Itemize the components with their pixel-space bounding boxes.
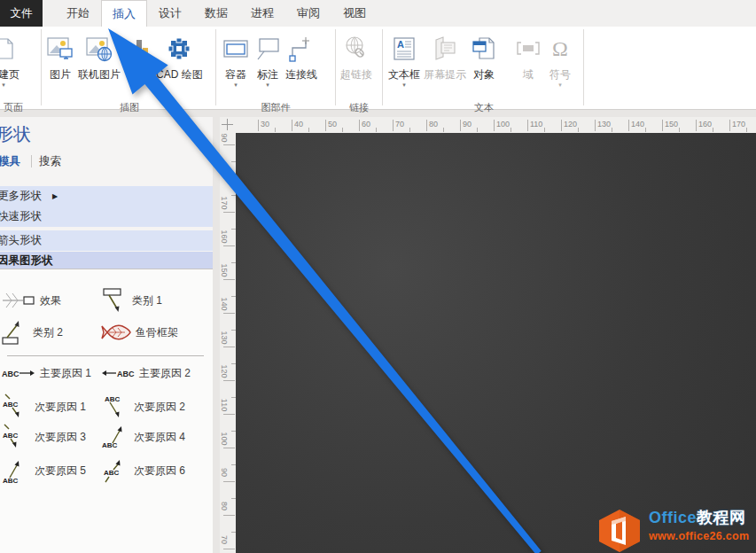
category-1-shape-icon	[101, 287, 128, 314]
tab-data[interactable]: 数据	[193, 0, 239, 27]
watermark-url: www.office26.com	[649, 527, 749, 545]
ribbon-insert: 新建页 ▾ 页面 图片	[0, 27, 756, 110]
picture-button[interactable]: 图片	[44, 34, 76, 81]
svg-text:Ω: Ω	[552, 37, 568, 60]
tab-design[interactable]: 设计	[147, 0, 193, 27]
stencil-item-cause-effect-shapes[interactable]: 因果图形状	[0, 252, 213, 270]
shape-item-fishbone-frame[interactable]: 鱼骨框架	[101, 317, 211, 347]
text-box-button[interactable]: A 文本框 ▾	[386, 34, 422, 89]
callout-button[interactable]: 标注 ▾	[252, 34, 284, 89]
stencil-list: 更多形状 ▶ 快速形状 箭头形状 因果图形状	[0, 186, 213, 270]
group-label-diagram-parts: 图部件	[220, 101, 331, 114]
effect-shape-icon	[2, 289, 35, 312]
watermark: Office教程网 www.office26.com	[596, 509, 756, 553]
object-icon	[470, 34, 498, 64]
fishbone-frame-shape-icon	[101, 322, 131, 343]
shape-item-secondary-cause-2[interactable]: ABC 次要原因 2	[101, 392, 211, 422]
svg-text:ABC: ABC	[3, 477, 19, 484]
object-button[interactable]: 对象	[468, 34, 500, 81]
stencil-item-arrow-shapes[interactable]: 箭头形状	[0, 230, 213, 251]
shape-item-effect[interactable]: 效果	[2, 285, 101, 315]
shape-item-primary-cause-1[interactable]: ABC 主要原因 1	[2, 358, 101, 388]
secondary-cause-2-shape-icon: ABC	[101, 393, 129, 420]
dropdown-arrow-icon: ▾	[266, 81, 269, 89]
category-2-shape-icon	[2, 319, 28, 346]
svg-text:ABC: ABC	[104, 469, 120, 477]
ribbon-tab-bar: 文件 开始 插入 设计 数据 进程 审阅 视图	[0, 0, 756, 27]
primary-cause-2-shape-icon: ABC	[101, 364, 135, 382]
visio-window: 文件 开始 插入 设计 数据 进程 审阅 视图 新建页 ▾ 页	[0, 0, 756, 553]
svg-text:ABC: ABC	[3, 401, 19, 409]
stencil-item-more-shapes[interactable]: 更多形状 ▶	[0, 186, 213, 206]
hyperlink-icon	[342, 34, 370, 64]
container-icon	[222, 34, 250, 64]
screen-tip-icon	[431, 34, 459, 64]
shapes-panel-title: 形状	[0, 122, 31, 146]
ribbon-group-pages: 新建页 ▾ 页面	[0, 34, 41, 89]
field-button[interactable]: 域	[512, 34, 544, 81]
secondary-cause-5-shape-icon: ABC	[2, 457, 30, 484]
connector-button[interactable]: 连接线	[284, 34, 319, 81]
secondary-cause-4-shape-icon: ABC	[101, 424, 129, 450]
hyperlink-button[interactable]: 超链接	[339, 34, 374, 81]
chart-icon	[124, 34, 152, 64]
text-box-icon: A	[390, 34, 418, 64]
symbol-icon: Ω	[546, 34, 574, 64]
group-label-links: 链接	[339, 101, 379, 114]
shapes-list: 效果 类别 1	[0, 269, 213, 553]
shape-item-secondary-cause-3[interactable]: ABC 次要原因 3	[2, 422, 101, 452]
watermark-title: Office教程网	[649, 509, 749, 526]
new-page-button[interactable]: 新建页 ▾	[0, 34, 21, 89]
shape-item-secondary-cause-1[interactable]: ABC 次要原因 1	[2, 392, 101, 422]
horizontal-ruler: 30405060708090100110120130140150160170	[236, 117, 756, 133]
drawing-canvas[interactable]	[236, 133, 756, 553]
svg-text:ABC: ABC	[105, 395, 121, 403]
ribbon-group-links: 超链接 链接	[339, 34, 379, 81]
group-label-pages: 页面	[0, 101, 41, 114]
shape-item-category-1[interactable]: 类别 1	[101, 285, 211, 315]
container-button[interactable]: 容器 ▾	[220, 34, 252, 89]
svg-text:A: A	[397, 39, 404, 50]
tab-file[interactable]: 文件	[0, 0, 43, 27]
shape-item-primary-cause-2[interactable]: ABC 主要原因 2	[101, 358, 211, 388]
secondary-cause-6-shape-icon: ABC	[101, 457, 129, 484]
svg-text:ABC: ABC	[3, 432, 19, 440]
screen-tip-button[interactable]: 屏幕提示	[422, 34, 468, 81]
tab-review[interactable]: 审阅	[285, 0, 331, 27]
tab-view[interactable]: 视图	[331, 0, 378, 27]
panel-tabs: 模具 搜索	[0, 152, 61, 170]
shape-item-secondary-cause-6[interactable]: ABC 次要原因 6	[101, 456, 211, 486]
ribbon-group-illustrations: 图片 联机图片	[44, 34, 214, 81]
symbol-button[interactable]: Ω 符号 ▾	[544, 34, 576, 89]
callout-icon	[253, 34, 282, 64]
secondary-cause-1-shape-icon: ABC	[2, 393, 30, 420]
field-icon	[514, 34, 542, 64]
tab-process[interactable]: 进程	[239, 0, 285, 27]
svg-text:ABC: ABC	[2, 370, 19, 378]
picture-icon	[46, 34, 74, 64]
dropdown-arrow-icon: ▾	[558, 81, 562, 89]
shape-item-secondary-cause-4[interactable]: ABC 次要原因 4	[101, 422, 211, 452]
vertical-ruler: 190180170160150140130120110100908070	[220, 133, 236, 553]
dropdown-arrow-icon: ▾	[402, 81, 406, 89]
svg-text:ABC: ABC	[102, 441, 118, 449]
shape-item-secondary-cause-5[interactable]: ABC 次要原因 5	[2, 456, 101, 486]
cad-drawing-button[interactable]: CAD 绘图	[154, 34, 205, 81]
panel-collapse-icon[interactable]: «	[198, 131, 204, 144]
expand-arrow-icon: ▶	[52, 192, 58, 200]
stencil-item-quick-shapes[interactable]: 快速形状	[0, 206, 213, 227]
tab-home[interactable]: 开始	[55, 0, 101, 27]
chart-button[interactable]: 图表	[122, 34, 154, 81]
panel-tab-search[interactable]: 搜索	[39, 154, 61, 169]
shapes-panel: 形状 « 模具 搜索 更多形状 ▶ 快速形状 箭头形状 因果图形状	[0, 117, 213, 553]
connector-icon	[287, 34, 316, 64]
ribbon-group-diagram-parts: 容器 ▾ 标注 ▾	[220, 34, 331, 89]
office-hexagon-logo	[596, 509, 643, 553]
shape-item-category-2[interactable]: 类别 2	[2, 317, 101, 347]
online-pictures-icon	[85, 34, 113, 64]
svg-text:ABC: ABC	[117, 370, 135, 378]
tab-insert[interactable]: 插入	[101, 0, 147, 27]
online-pictures-button[interactable]: 联机图片	[76, 34, 122, 81]
panel-tab-stencils[interactable]: 模具	[0, 154, 20, 169]
secondary-cause-3-shape-icon: ABC	[2, 424, 30, 450]
